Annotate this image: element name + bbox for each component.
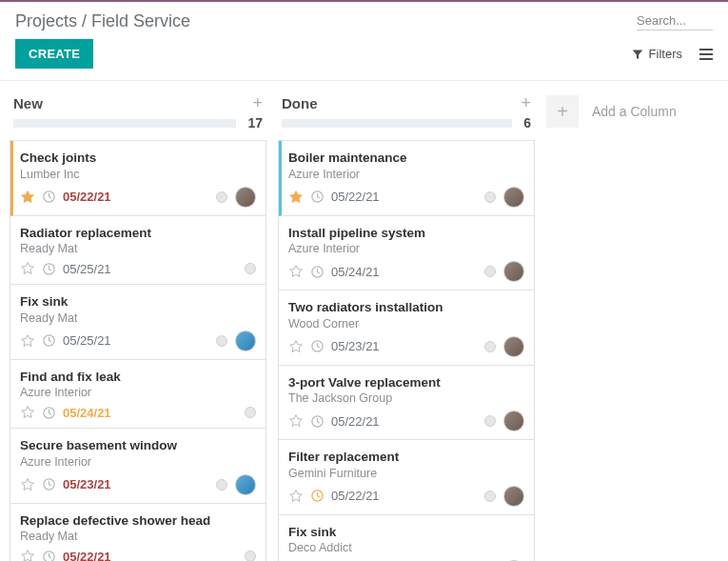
card-left: 05/25/21 bbox=[20, 333, 111, 349]
status-dot[interactable] bbox=[245, 551, 256, 561]
kanban-card[interactable]: 3-port Valve replacement The Jackson Gro… bbox=[279, 366, 534, 441]
avatar[interactable] bbox=[503, 411, 524, 431]
breadcrumb-parent[interactable]: Projects bbox=[15, 11, 77, 30]
card-title: Install pipeline system bbox=[288, 225, 524, 242]
kanban-card[interactable]: Check joints Lumber Inc 05/22/21 bbox=[10, 141, 266, 216]
avatar[interactable] bbox=[503, 187, 524, 208]
card-footer: 05/23/21 bbox=[288, 336, 524, 357]
clock-icon[interactable] bbox=[310, 190, 325, 204]
card-title: Two radiators installation bbox=[288, 299, 524, 316]
status-dot[interactable] bbox=[484, 266, 496, 277]
card-date: 05/22/21 bbox=[331, 489, 380, 503]
clock-icon[interactable] bbox=[310, 414, 325, 429]
status-dot[interactable] bbox=[484, 415, 496, 427]
column-title[interactable]: Done bbox=[282, 95, 318, 111]
breadcrumb-sep: / bbox=[77, 11, 91, 30]
create-button[interactable]: CREATE bbox=[15, 39, 93, 69]
kanban-card[interactable]: Filter replacement Gemini Furniture 05/2… bbox=[279, 440, 534, 515]
status-dot[interactable] bbox=[216, 335, 227, 347]
card-footer: 05/25/21 bbox=[20, 331, 256, 351]
card-title: Radiator replacement bbox=[20, 225, 256, 242]
kanban-card[interactable]: Fix sink Deco Addict 05/22/21 bbox=[279, 515, 534, 561]
status-dot[interactable] bbox=[216, 191, 227, 203]
card-footer: 05/23/21 bbox=[20, 474, 256, 495]
card-left: 05/23/21 bbox=[20, 477, 111, 492]
kanban-card[interactable]: Fix sink Ready Mat 05/25/21 bbox=[10, 285, 266, 360]
card-footer: 05/22/21 bbox=[288, 486, 524, 507]
card-left: 05/22/21 bbox=[20, 190, 111, 205]
star-icon[interactable] bbox=[288, 339, 304, 354]
clock-icon[interactable] bbox=[310, 265, 325, 279]
card-subtitle: Azure Interior bbox=[288, 242, 524, 255]
card-date: 05/25/21 bbox=[63, 262, 111, 276]
star-icon[interactable] bbox=[20, 333, 35, 349]
star-icon[interactable] bbox=[20, 405, 35, 420]
kanban-card[interactable]: Install pipeline system Azure Interior 0… bbox=[279, 216, 534, 291]
clock-icon[interactable] bbox=[42, 190, 56, 204]
clock-icon[interactable] bbox=[42, 477, 56, 491]
funnel-icon bbox=[632, 49, 643, 60]
toolbar-right: Filters bbox=[632, 47, 713, 61]
column-title[interactable]: New bbox=[13, 95, 43, 111]
kanban-card[interactable]: Boiler maintenance Azure Interior 05/22/… bbox=[279, 141, 534, 216]
card-right bbox=[484, 486, 524, 507]
card-subtitle: Wood Corner bbox=[288, 317, 524, 331]
star-icon[interactable] bbox=[20, 549, 35, 561]
star-icon[interactable] bbox=[20, 477, 35, 492]
card-right bbox=[245, 407, 256, 418]
star-icon[interactable] bbox=[288, 264, 304, 279]
avatar[interactable] bbox=[503, 336, 524, 357]
add-column-label[interactable]: Add a Column bbox=[592, 104, 677, 119]
status-dot[interactable] bbox=[484, 191, 496, 203]
status-dot[interactable] bbox=[484, 491, 496, 502]
filters-button[interactable]: Filters bbox=[632, 47, 682, 61]
status-dot[interactable] bbox=[245, 407, 256, 418]
card-right bbox=[484, 261, 524, 282]
star-icon[interactable] bbox=[20, 261, 35, 276]
card-subtitle: Ready Mat bbox=[20, 242, 256, 255]
status-dot[interactable] bbox=[484, 341, 496, 352]
column-progress[interactable] bbox=[282, 119, 512, 128]
avatar[interactable] bbox=[235, 474, 256, 495]
clock-icon[interactable] bbox=[310, 489, 325, 503]
avatar[interactable] bbox=[235, 187, 256, 208]
card-list: Check joints Lumber Inc 05/22/21 Radiato… bbox=[10, 140, 266, 561]
status-dot[interactable] bbox=[245, 263, 256, 274]
avatar[interactable] bbox=[235, 331, 256, 351]
clock-icon[interactable] bbox=[42, 406, 56, 420]
column-count: 6 bbox=[523, 115, 531, 130]
clock-icon[interactable] bbox=[310, 339, 325, 353]
card-left: 05/24/21 bbox=[20, 405, 111, 420]
kanban-card[interactable]: Secure basement window Azure Interior 05… bbox=[10, 429, 266, 504]
avatar[interactable] bbox=[503, 261, 524, 282]
header: Projects / Field Service bbox=[0, 2, 728, 39]
card-subtitle: Azure Interior bbox=[288, 168, 524, 181]
clock-icon[interactable] bbox=[42, 550, 56, 561]
clock-icon[interactable] bbox=[42, 262, 56, 276]
star-icon[interactable] bbox=[288, 489, 304, 504]
star-icon[interactable] bbox=[288, 413, 304, 429]
kanban-card[interactable]: Find and fix leak Azure Interior 05/24/2… bbox=[10, 360, 266, 430]
kanban-card[interactable]: Replace defective shower head Ready Mat … bbox=[10, 504, 266, 561]
star-icon[interactable] bbox=[20, 190, 35, 205]
column-count: 17 bbox=[247, 115, 263, 130]
add-column-button[interactable]: + bbox=[546, 95, 579, 128]
kanban-card[interactable]: Radiator replacement Ready Mat 05/25/21 bbox=[10, 216, 266, 286]
menu-icon[interactable] bbox=[699, 49, 713, 60]
card-right bbox=[245, 551, 256, 561]
column-add-icon[interactable]: + bbox=[252, 94, 263, 111]
add-column: + Add a Column bbox=[546, 94, 677, 129]
clock-icon[interactable] bbox=[42, 333, 56, 348]
star-icon[interactable] bbox=[288, 190, 304, 205]
avatar[interactable] bbox=[503, 486, 524, 507]
column-add-icon[interactable]: + bbox=[521, 94, 531, 111]
card-right bbox=[216, 187, 256, 208]
status-dot[interactable] bbox=[216, 479, 227, 491]
card-left: 05/22/21 bbox=[288, 489, 380, 504]
search-input[interactable] bbox=[637, 13, 713, 28]
card-footer: 05/24/21 bbox=[20, 405, 256, 420]
card-right bbox=[216, 474, 256, 495]
column-progress[interactable] bbox=[13, 119, 236, 128]
card-footer: 05/25/21 bbox=[20, 261, 256, 276]
kanban-card[interactable]: Two radiators installation Wood Corner 0… bbox=[279, 291, 534, 366]
